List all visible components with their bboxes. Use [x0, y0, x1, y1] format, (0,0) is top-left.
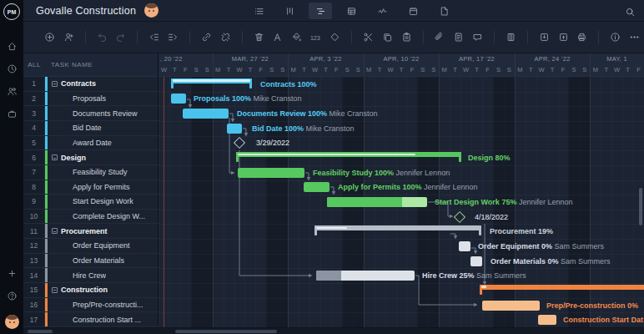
home-icon[interactable]	[3, 38, 20, 54]
project-owner-avatar[interactable]	[144, 3, 158, 18]
task-bar[interactable]	[482, 301, 540, 311]
gantt-scrollbar[interactable]	[175, 330, 277, 333]
table-row[interactable]: 12Order Equipment	[23, 239, 158, 254]
notes-icon[interactable]	[450, 28, 466, 46]
bar-label-percent: 100%	[298, 80, 317, 89]
task-bar[interactable]	[171, 94, 186, 104]
add-task-icon[interactable]	[42, 28, 58, 46]
fill-color-icon[interactable]	[289, 28, 304, 46]
recent-icon[interactable]	[3, 60, 20, 77]
task-bar[interactable]	[304, 182, 330, 192]
bar-label-title: Design	[468, 154, 493, 162]
undo-icon[interactable]	[94, 28, 110, 46]
table-row[interactable]: 10Complete Design W...	[23, 210, 158, 225]
info-icon[interactable]	[607, 28, 623, 46]
copy-icon[interactable]	[380, 28, 395, 46]
search-icon[interactable]	[622, 4, 637, 19]
table-row[interactable]: 13Order Materials	[23, 254, 158, 269]
table-row[interactable]: 2Proposals	[23, 92, 158, 107]
table-row[interactable]: 15Construction	[23, 283, 158, 298]
summary-bar[interactable]	[171, 78, 252, 89]
task-bar[interactable]	[327, 197, 427, 207]
table-row[interactable]: 11Procurement	[23, 224, 158, 239]
cut-icon[interactable]	[360, 28, 376, 46]
table-row[interactable]: 7Feasibility Study	[23, 165, 158, 180]
outdent-icon[interactable]	[146, 28, 162, 46]
gantt-canvas: Contracts 100%Proposals 100% Mike Cranst…	[158, 77, 644, 334]
table-row[interactable]: 3Documents Review	[23, 106, 158, 121]
task-bar[interactable]	[538, 315, 556, 325]
portfolio-icon[interactable]	[3, 105, 20, 122]
summary-bar-body	[480, 285, 644, 290]
table-row[interactable]: 5Award Date	[23, 136, 158, 151]
view-doc-icon[interactable]	[432, 3, 455, 19]
view-list-icon[interactable]	[247, 3, 270, 19]
toolbar-divider	[85, 31, 86, 43]
task-name: Feasibility Study	[48, 168, 128, 176]
week-separator	[590, 53, 591, 76]
task-bar[interactable]	[238, 168, 304, 178]
link-tasks-icon[interactable]	[199, 28, 214, 46]
paste-icon[interactable]	[399, 28, 415, 46]
table-row[interactable]: 6Design	[23, 150, 158, 165]
collapse-group-icon[interactable]	[52, 154, 58, 160]
columns-icon[interactable]	[503, 28, 519, 46]
table-row[interactable]: 1Contracts	[23, 77, 158, 92]
collapse-group-icon[interactable]	[52, 81, 58, 87]
column-header-all[interactable]: ALL	[23, 61, 45, 68]
team-icon[interactable]	[3, 83, 20, 99]
collapse-group-icon[interactable]	[52, 287, 58, 293]
comment-icon[interactable]	[470, 28, 486, 46]
help-icon[interactable]	[3, 287, 20, 304]
delete-icon[interactable]	[251, 28, 267, 46]
view-gantt-icon[interactable]	[309, 3, 332, 19]
week-separator	[364, 53, 365, 76]
text-format-icon[interactable]	[270, 28, 286, 46]
table-row[interactable]: 8Apply for Permits	[23, 180, 158, 195]
table-row[interactable]: 4Bid Date	[23, 121, 158, 136]
more-icon[interactable]	[626, 28, 642, 46]
milestone-icon[interactable]	[327, 28, 343, 46]
summary-bar[interactable]	[314, 225, 481, 235]
export-icon[interactable]	[556, 28, 571, 46]
view-calendar-icon[interactable]	[401, 3, 425, 19]
summary-bar[interactable]	[480, 285, 644, 295]
task-bar[interactable]	[227, 124, 242, 134]
task-bar[interactable]	[183, 109, 229, 119]
task-bar[interactable]	[459, 241, 470, 251]
pm-logo[interactable]: PM	[3, 3, 20, 20]
redo-icon[interactable]	[113, 28, 129, 46]
task-panel-scrollbar[interactable]	[28, 330, 53, 333]
table-row[interactable]: 9Start Design Work	[23, 195, 158, 210]
collapse-group-icon[interactable]	[52, 228, 58, 234]
task-bar[interactable]	[316, 271, 415, 281]
user-avatar[interactable]	[5, 315, 19, 329]
plus-icon[interactable]	[3, 265, 20, 281]
attachment-icon[interactable]	[431, 28, 447, 46]
column-header-task-name[interactable]: TASK NAME	[45, 61, 93, 68]
view-board-icon[interactable]	[278, 3, 301, 19]
view-sheet-icon[interactable]	[340, 3, 363, 19]
unlink-tasks-icon[interactable]	[218, 28, 234, 46]
import-icon[interactable]	[536, 28, 552, 46]
bar-label: Start Design Work 75% Jennifer Lennon	[435, 198, 572, 206]
task-name: Design	[58, 154, 86, 162]
vertical-scrollbar[interactable]	[639, 188, 642, 225]
week-label: , 20 '22	[160, 55, 183, 63]
summary-bar[interactable]	[236, 152, 461, 162]
row-number: 2	[23, 92, 45, 106]
table-row[interactable]: 17Construction Start ...	[23, 312, 158, 327]
indent-icon[interactable]	[165, 28, 181, 46]
row-number: 11	[23, 224, 45, 238]
day-letter: S	[269, 66, 274, 73]
week-label: MAY, 1	[606, 55, 627, 63]
bar-label-percent: 100%	[308, 109, 327, 118]
print-icon[interactable]	[575, 28, 591, 46]
table-row[interactable]: 14Hire Crew	[23, 268, 158, 283]
number-format-icon[interactable]: 123	[308, 28, 324, 46]
view-activity-icon[interactable]	[370, 3, 394, 19]
day-letter: W	[388, 66, 394, 73]
task-bar[interactable]	[470, 256, 482, 266]
table-row[interactable]: 16Prep/Pre-constructi...	[23, 298, 158, 313]
add-assignee-icon[interactable]	[61, 28, 77, 46]
